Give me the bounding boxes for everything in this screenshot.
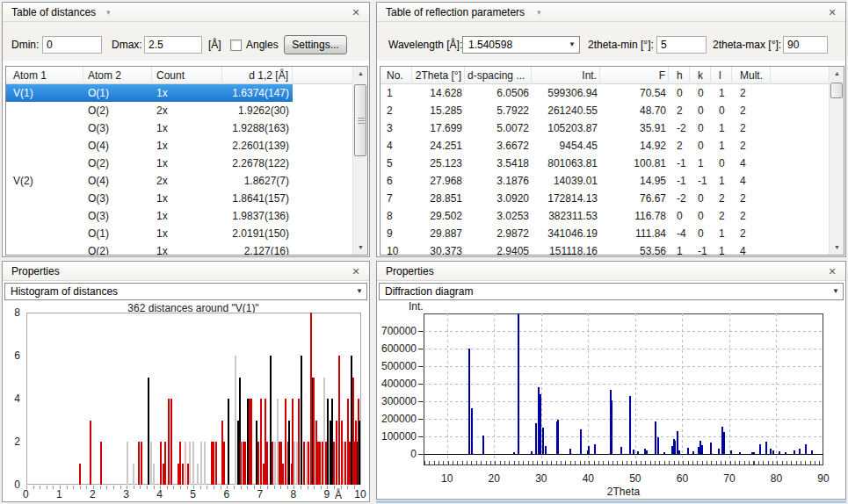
properties-selector-combobox[interactable]: Histogram of distances ▼ — [4, 283, 367, 300]
wavelength-label: Wavelength [Å]: — [388, 36, 462, 54]
combobox-arrow-icon[interactable]: ▼ — [569, 40, 576, 48]
table-row[interactable]: O(1)1x2.0191(150) — [6, 225, 352, 242]
scroll-down-icon[interactable]: ▼ — [353, 241, 368, 255]
table-row[interactable]: 1030.3732.9405151118.1653.561-114 — [381, 242, 829, 256]
table-row[interactable]: 114.6286.0506599306.9470.540012 — [381, 84, 829, 102]
combobox-arrow-icon[interactable]: ▼ — [356, 287, 363, 295]
column-header[interactable]: d-spacing ... — [465, 67, 532, 84]
column-header[interactable]: k — [690, 67, 711, 84]
table-cell: 0 — [711, 102, 732, 119]
table-row[interactable]: 627.9683.187614039.0114.95-1-114 — [381, 172, 829, 190]
table-row[interactable]: 929.8872.9872341046.19111.84-4012 — [381, 225, 829, 242]
table-row[interactable]: V(1)O(1)1x1.6374(147) — [6, 84, 352, 102]
diffraction-peak — [513, 452, 515, 454]
column-header[interactable]: l — [711, 67, 732, 84]
panel-titlebar[interactable]: Table of distances ▾ ✕ — [3, 3, 369, 22]
table-row[interactable]: O(3)1x1.8641(157) — [6, 190, 352, 207]
angles-label: Angles — [246, 36, 279, 54]
column-header[interactable]: h — [669, 67, 690, 84]
theta-max-input[interactable] — [783, 36, 828, 54]
panel-titlebar[interactable]: Properties ✕ — [3, 262, 369, 281]
diffraction-peak — [468, 349, 470, 454]
scrollbar-thumb[interactable] — [354, 84, 366, 156]
table-cell: 100.81 — [600, 155, 669, 172]
angles-checkbox[interactable] — [230, 40, 242, 51]
table-cell: O(1) — [83, 225, 152, 242]
column-header[interactable]: F — [600, 67, 669, 84]
table-row[interactable]: 728.8513.0920172814.1376.67-2022 — [381, 190, 829, 207]
diffraction-peak — [723, 432, 725, 454]
table-cell: O(2) — [83, 102, 152, 119]
table-cell: 3.0920 — [465, 190, 532, 207]
y-axis-tick — [418, 436, 424, 437]
chevron-down-icon[interactable]: ▾ — [537, 8, 541, 17]
reflections-table: No.2Theta [°]d-spacing ...Int.FhklMult. … — [380, 66, 844, 256]
table-row[interactable]: 424.2513.66729454.4514.922012 — [381, 137, 829, 155]
table-row[interactable]: O(2)1x2.127(16) — [6, 242, 352, 256]
table-row[interactable]: O(4)1x2.2601(139) — [6, 137, 352, 155]
theta-min-input[interactable] — [656, 36, 707, 54]
column-header[interactable]: No. — [381, 67, 412, 84]
x-gridline — [588, 313, 589, 465]
distances-scrollbar[interactable]: ▲ ▼ — [352, 67, 367, 255]
histogram-bar — [170, 399, 172, 485]
properties-selector-value: Histogram of distances — [11, 284, 118, 299]
wavelength-combobox[interactable]: 1.540598 ▼ — [462, 36, 580, 54]
table-cell: 2 — [732, 84, 771, 102]
distances-table-header[interactable]: Atom 1Atom 2Countd 1,2 [Å] — [6, 67, 352, 84]
scrollbar-thumb[interactable] — [830, 83, 843, 98]
dmax-input[interactable] — [144, 36, 202, 54]
table-cell: 2 — [381, 102, 412, 119]
column-header[interactable]: Count — [152, 67, 222, 84]
table-cell — [6, 242, 83, 256]
dmin-input[interactable] — [42, 36, 102, 54]
table-row[interactable]: 829.5023.0253382311.53116.780022 — [381, 207, 829, 225]
table-cell: 0 — [690, 102, 711, 119]
table-row[interactable]: 317.6995.0072105203.8735.91-2012 — [381, 119, 829, 137]
y-axis-tick-label: 600000 — [377, 342, 417, 355]
table-row[interactable]: O(2)1x2.2678(122) — [6, 155, 352, 172]
table-cell: 4 — [732, 242, 771, 256]
table-row[interactable]: O(2)2x1.9262(30) — [6, 102, 352, 119]
y-axis-tick-label: 8 — [3, 306, 20, 319]
table-cell: 1x — [152, 137, 222, 155]
table-row[interactable]: 215.2855.7922261240.5548.702002 — [381, 102, 829, 119]
table-cell: 1.8641(157) — [222, 190, 293, 207]
scroll-up-icon[interactable]: ▲ — [353, 67, 368, 81]
table-cell: 76.67 — [600, 190, 669, 207]
diffraction-peak — [785, 452, 786, 454]
table-row[interactable]: 525.1233.5418801063.81100.81-1104 — [381, 155, 829, 172]
close-icon[interactable]: ✕ — [349, 264, 363, 278]
table-cell: 3.0253 — [465, 207, 532, 225]
column-header[interactable]: Atom 1 — [6, 67, 83, 84]
chevron-down-icon[interactable]: ▾ — [106, 8, 111, 17]
close-icon[interactable]: ✕ — [825, 5, 839, 19]
table-cell: 30.373 — [412, 242, 465, 256]
column-header[interactable]: d 1,2 [Å] — [222, 67, 293, 84]
close-icon[interactable]: ✕ — [349, 5, 363, 19]
scroll-down-icon[interactable]: ▼ — [830, 241, 844, 255]
table-row[interactable]: V(2)O(4)2x1.8627(7) — [6, 172, 352, 190]
table-cell: 4 — [732, 172, 771, 190]
table-cell: 2 — [669, 137, 690, 155]
panel-titlebar[interactable]: Table of reflection parameters ▾ ✕ — [377, 3, 845, 22]
reflections-table-header[interactable]: No.2Theta [°]d-spacing ...Int.FhklMult. — [381, 67, 829, 84]
column-header[interactable]: Atom 2 — [83, 67, 152, 84]
table-cell: 2 — [732, 137, 771, 155]
table-cell: O(2) — [83, 242, 152, 256]
y-gridline — [424, 366, 823, 367]
column-header[interactable]: 2Theta [°] — [412, 67, 465, 84]
table-row[interactable]: O(3)1x1.9837(136) — [6, 207, 352, 225]
column-header[interactable]: Mult. — [732, 67, 771, 84]
diffraction-peak — [611, 400, 612, 454]
column-header[interactable]: Int. — [532, 67, 600, 84]
table-cell: 25.123 — [412, 155, 465, 172]
settings-button[interactable]: Settings... — [284, 35, 347, 54]
table-row[interactable]: O(3)1x1.9288(163) — [6, 119, 352, 137]
table-cell: 53.56 — [600, 242, 669, 256]
histogram-bar — [228, 399, 229, 485]
reflections-scrollbar[interactable]: ▲ ▼ — [829, 67, 844, 255]
scroll-up-icon[interactable]: ▲ — [830, 67, 844, 81]
table-cell: 0 — [690, 84, 711, 102]
histogram-bar — [141, 442, 142, 485]
